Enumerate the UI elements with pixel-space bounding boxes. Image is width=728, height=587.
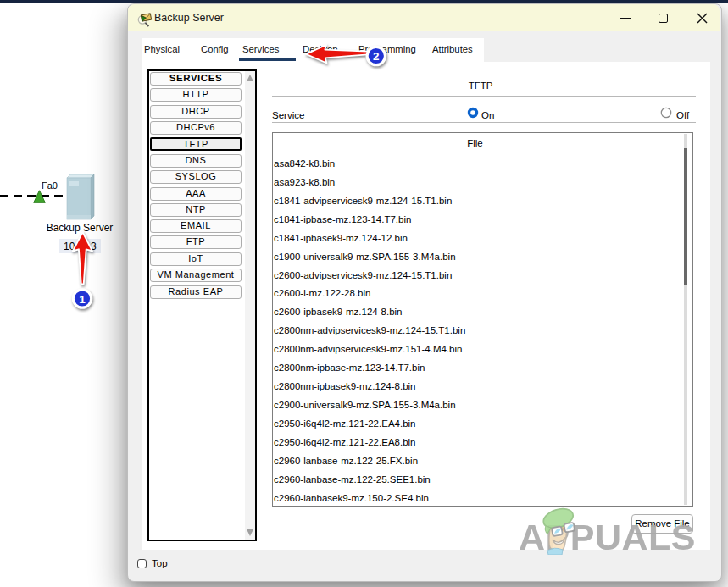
svg-text:1: 1 bbox=[79, 293, 86, 306]
svg-text:2: 2 bbox=[373, 50, 380, 63]
